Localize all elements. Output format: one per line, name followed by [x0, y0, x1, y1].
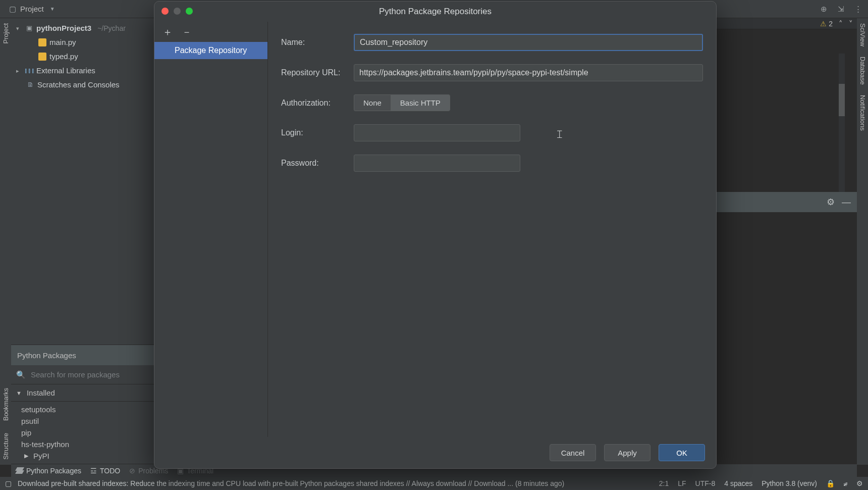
tool-todo[interactable]: ☲TODO — [90, 467, 120, 475]
share-icon[interactable]: ⸙ — [844, 479, 847, 487]
prev-highlight-icon[interactable]: ˄ — [839, 19, 843, 28]
project-tree[interactable]: ▾▣ pythonProject3 ~/Pychar main.py typed… — [11, 18, 154, 95]
next-highlight-icon[interactable]: ˅ — [849, 19, 853, 28]
left-tool-gutter: Project Bookmarks Structure — [0, 18, 11, 465]
repository-list-item[interactable]: Package Repository — [154, 42, 267, 59]
repository-form: Name: Repository URL: Authorization: Non… — [268, 22, 716, 437]
tree-root-path: ~/Pychar — [97, 21, 126, 35]
tool-bookmarks[interactable]: Bookmarks — [1, 383, 11, 426]
warning-icon: ⊘ — [129, 467, 135, 475]
indent-settings[interactable]: 4 spaces — [724, 479, 752, 487]
tree-external-libraries[interactable]: ▸⫿⫿⫿External Libraries — [13, 64, 152, 78]
authorization-segmented: None Basic HTTP — [354, 94, 450, 111]
search-icon: 🔍 — [16, 370, 26, 379]
url-label: Repository URL: — [281, 68, 347, 77]
lock-icon[interactable]: 🔒 — [826, 479, 835, 487]
python-packages-title: Python Packages — [17, 351, 76, 360]
window-traffic-lights — [161, 8, 193, 15]
packages-installed-section[interactable]: ▼ Installed — [11, 384, 154, 402]
login-input[interactable] — [354, 124, 520, 141]
tree-file[interactable]: main.py — [13, 35, 152, 50]
tree-root[interactable]: ▾▣ pythonProject3 ~/Pychar — [13, 21, 152, 35]
tree-label: Scratches and Consoles — [37, 78, 120, 92]
tree-file-label: main.py — [49, 35, 76, 50]
file-encoding[interactable]: UTF-8 — [695, 479, 716, 487]
tree-label: External Libraries — [36, 64, 95, 78]
remove-repository-icon[interactable]: － — [182, 25, 192, 39]
tool-database[interactable]: Database — [858, 52, 867, 90]
checklist-icon: ☲ — [90, 467, 97, 475]
package-item[interactable]: pip — [11, 427, 154, 438]
pypi-label: PyPI — [33, 452, 49, 460]
gear-icon[interactable]: ⚙ — [827, 197, 835, 208]
package-item[interactable]: psutil — [11, 415, 154, 427]
warning-icon: ⚠ — [820, 20, 827, 28]
dialog-titlebar[interactable]: Python Package Repositories — [154, 2, 716, 22]
tool-sciview[interactable]: SciView — [858, 18, 867, 52]
tool-windows-icon[interactable]: ▢ — [5, 479, 12, 487]
folder-icon: ▢ — [9, 5, 16, 14]
collapse-icon[interactable]: ⇲ — [836, 4, 846, 14]
editor-scrollbar[interactable] — [839, 54, 845, 195]
hide-panel-icon[interactable]: — — [842, 197, 851, 208]
ide-settings-icon[interactable]: ⚙ — [856, 479, 863, 487]
status-bar: ▢ Download pre-built shared indexes: Red… — [0, 477, 868, 490]
repository-list-side: ＋ － Package Repository — [154, 22, 268, 437]
project-tool-window: ▾▣ pythonProject3 ~/Pychar main.py typed… — [11, 18, 155, 464]
caret-position[interactable]: 2:1 — [659, 479, 669, 487]
name-input[interactable] — [354, 34, 703, 51]
auth-basic-button[interactable]: Basic HTTP — [391, 95, 450, 111]
password-label: Password: — [281, 159, 347, 168]
zoom-window-icon[interactable] — [186, 8, 193, 15]
status-message[interactable]: Download pre-built shared indexes: Reduc… — [18, 479, 564, 487]
tree-scratches[interactable]: 🗎Scratches and Consoles — [13, 78, 152, 92]
package-repositories-dialog: Python Package Repositories ＋ － Package … — [154, 1, 717, 469]
more-icon[interactable]: ⋮ — [853, 4, 863, 14]
add-repository-icon[interactable]: ＋ — [162, 25, 173, 39]
warning-count: 2 — [829, 20, 833, 28]
password-input[interactable] — [354, 155, 520, 172]
warnings-indicator[interactable]: ⚠ 2 — [820, 20, 833, 28]
apply-button[interactable]: Apply — [604, 444, 650, 461]
project-crumb[interactable]: ▢ Project ▼ — [5, 3, 59, 15]
repository-url-input[interactable] — [354, 64, 703, 81]
tree-file[interactable]: typed.py — [13, 50, 152, 64]
installed-label: Installed — [27, 388, 55, 397]
cancel-button[interactable]: Cancel — [550, 444, 596, 461]
python-packages-panel: Python Packages 🔍 Search for more packag… — [11, 345, 154, 464]
packages-search-placeholder: Search for more packages — [31, 370, 120, 379]
dialog-footer: Cancel Apply OK — [154, 437, 716, 468]
dialog-title: Python Package Repositories — [379, 7, 492, 17]
tool-python-packages[interactable]: Python Packages — [16, 467, 81, 475]
chevron-down-icon: ▼ — [50, 6, 55, 12]
authorization-label: Authorization: — [281, 99, 347, 108]
package-item[interactable]: hs-test-python — [11, 438, 154, 450]
packages-installed-list: setuptools psutil pip hs-test-python ▶Py… — [11, 402, 154, 464]
packages-search[interactable]: 🔍 Search for more packages — [11, 365, 154, 384]
stack-icon — [16, 467, 23, 474]
python-interpreter[interactable]: Python 3.8 (venv) — [762, 479, 817, 487]
tree-file-label: typed.py — [49, 50, 78, 64]
python-packages-header: Python Packages — [11, 345, 154, 365]
package-item[interactable]: setuptools — [11, 404, 154, 415]
tool-notifications[interactable]: Notifications — [858, 90, 867, 136]
login-label: Login: — [281, 128, 347, 137]
line-separator[interactable]: LF — [678, 479, 686, 487]
ok-button[interactable]: OK — [659, 444, 705, 461]
crosshair-icon[interactable]: ⊕ — [819, 4, 829, 14]
tree-root-label: pythonProject3 — [36, 21, 91, 35]
tool-structure[interactable]: Structure — [1, 428, 11, 465]
packages-pypi-section[interactable]: ▶PyPI — [11, 450, 154, 462]
project-crumb-label: Project — [20, 5, 44, 13]
tool-project[interactable]: Project — [1, 18, 11, 48]
auth-none-button[interactable]: None — [354, 95, 391, 111]
name-label: Name: — [281, 38, 347, 47]
minimize-window-icon[interactable] — [174, 8, 181, 15]
close-window-icon[interactable] — [161, 8, 169, 15]
right-tool-gutter: SciView Database Notifications — [857, 18, 868, 465]
